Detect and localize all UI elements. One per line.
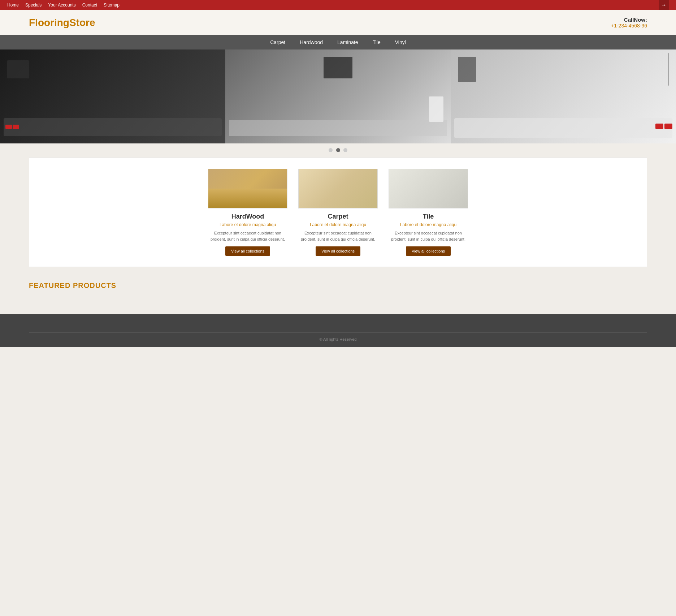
category-desc: Excepteur sint occaecat cupidatat non pr…: [298, 230, 378, 242]
category-title: Carpet: [298, 213, 378, 220]
category-img-tile: [389, 169, 468, 208]
main-nav: CarpetHardwoodLaminateTileVinyl: [0, 35, 676, 49]
featured-title: FEATURED PRODUCTS: [29, 281, 647, 290]
top-nav-item-your-accounts[interactable]: Your Accounts: [48, 3, 75, 8]
call-info: CallNow: +1-234-4568-96: [611, 17, 647, 29]
view-all-btn[interactable]: View all collections: [406, 246, 451, 256]
dot-3[interactable]: [343, 148, 347, 152]
category-title: Tile: [389, 213, 468, 220]
category-card-tile: Tile Labore et dolore magna aliqu Except…: [389, 169, 468, 256]
call-number: +1-234-4568-96: [611, 23, 647, 29]
main-nav-item-laminate[interactable]: Laminate: [337, 39, 358, 45]
logo: FlooringStore: [29, 17, 95, 29]
category-img-hardwood: [208, 169, 287, 208]
main-nav-item-hardwood[interactable]: Hardwood: [300, 39, 323, 45]
call-label: CallNow:: [611, 17, 647, 23]
view-all-btn[interactable]: View all collections: [225, 246, 270, 256]
top-nav-item-contact[interactable]: Contact: [82, 3, 97, 8]
top-nav-item-home[interactable]: Home: [7, 3, 19, 8]
featured-section: FEATURED PRODUCTS: [29, 274, 647, 303]
logo-accent: Store: [69, 17, 95, 28]
category-title: HardWood: [208, 213, 287, 220]
hero-panel-2: [225, 49, 451, 143]
category-subtitle: Labore et dolore magna aliqu: [298, 222, 378, 227]
category-img-carpet: [298, 169, 378, 208]
category-subtitle: Labore et dolore magna aliqu: [208, 222, 287, 227]
categories-section: HardWood Labore et dolore magna aliqu Ex…: [29, 158, 647, 267]
category-desc: Excepteur sint occaecat cupidatat non pr…: [208, 230, 287, 242]
hero-slider[interactable]: [0, 49, 676, 143]
category-desc: Excepteur sint occaecat cupidatat non pr…: [389, 230, 468, 242]
slider-dots: [0, 143, 676, 158]
hero-panel-1: [0, 49, 225, 143]
header: FlooringStore CallNow: +1-234-4568-96: [0, 10, 676, 35]
dot-2[interactable]: [336, 148, 340, 152]
footer-copyright: © All rights Reserved: [29, 332, 647, 341]
view-all-btn[interactable]: View all collections: [316, 246, 360, 256]
main-nav-item-carpet[interactable]: Carpet: [270, 39, 285, 45]
hero-panel-3: [451, 49, 676, 143]
footer: © All rights Reserved: [0, 314, 676, 347]
category-subtitle: Labore et dolore magna aliqu: [389, 222, 468, 227]
main-nav-item-tile[interactable]: Tile: [373, 39, 381, 45]
category-card-carpet: Carpet Labore et dolore magna aliqu Exce…: [298, 169, 378, 256]
top-bar: HomeSpecialsYour AccountsContactSitemap …: [0, 0, 676, 10]
top-nav-item-specials[interactable]: Specials: [25, 3, 42, 8]
login-button[interactable]: →: [659, 0, 669, 10]
category-card-hardwood: HardWood Labore et dolore magna aliqu Ex…: [208, 169, 287, 256]
top-nav: HomeSpecialsYour AccountsContactSitemap: [7, 3, 120, 8]
top-nav-item-sitemap[interactable]: Sitemap: [104, 3, 120, 8]
dot-1[interactable]: [329, 148, 333, 152]
logo-text: Flooring: [29, 17, 69, 28]
main-nav-item-vinyl[interactable]: Vinyl: [395, 39, 406, 45]
